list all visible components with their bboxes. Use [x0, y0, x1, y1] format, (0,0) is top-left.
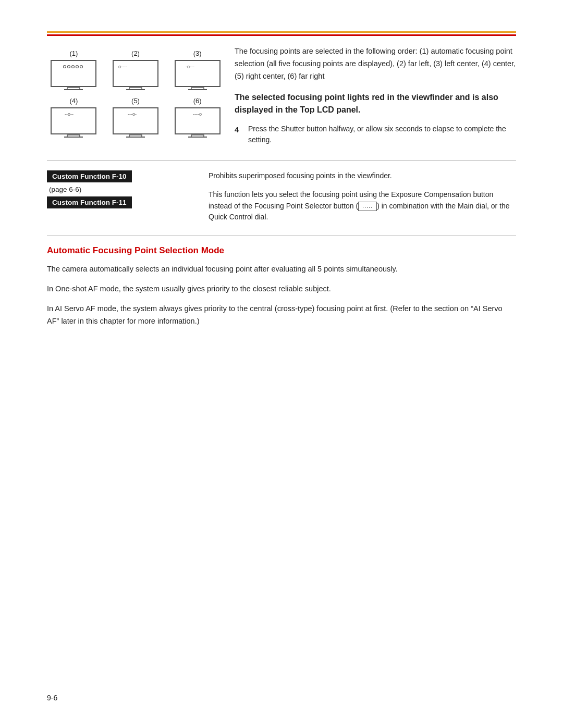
focusing-text-column: The focusing points are selected in the …	[235, 45, 516, 146]
svg-rect-16	[51, 108, 96, 134]
diagram-5: (5) ---o-	[109, 97, 163, 139]
orange-line	[47, 31, 516, 33]
bottom-separator	[47, 236, 516, 236]
page-number: 9-6	[47, 694, 57, 702]
focusing-section: (1) (2)	[47, 45, 516, 146]
selected-point-text: The selected focusing point lights red i…	[235, 91, 516, 116]
diagram-6-label: (6)	[193, 97, 202, 105]
custom-function-section: Custom Function F-10 (page 6-6) Custom F…	[47, 170, 516, 223]
inline-button-icon: .....	[358, 202, 377, 211]
svg-rect-23	[126, 137, 145, 138]
auto-focus-title: Automatic Focusing Point Selection Mode	[47, 245, 516, 256]
focusing-order-text: The focusing points are selected in the …	[235, 45, 516, 83]
custom-fn-10-description: Prohibits superimposed focusing points i…	[209, 170, 516, 182]
custom-fn-10-page-ref: (page 6-6)	[47, 186, 193, 193]
auto-focus-section: Automatic Focusing Point Selection Mode …	[47, 245, 516, 328]
step-4-text: Press the Shutter button halfway, or all…	[248, 124, 516, 146]
svg-text:--o--: --o--	[65, 112, 74, 117]
viewfinder-4: --o--	[50, 107, 97, 139]
diagrams-column: (1) (2)	[47, 45, 224, 146]
body-text-2: In One-shot AF mode, the system usually …	[47, 283, 516, 295]
diagrams-grid: (1) (2)	[47, 50, 224, 139]
svg-rect-15	[188, 89, 207, 90]
diagram-3: (3) -o---	[170, 50, 224, 92]
diagram-4-label: (4)	[69, 97, 78, 105]
viewfinder-6: ----o	[174, 107, 221, 139]
top-decorative-lines	[47, 31, 516, 36]
svg-text:----o: ----o	[193, 112, 202, 117]
svg-rect-7	[64, 89, 83, 90]
viewfinder-1	[50, 59, 97, 92]
svg-rect-0	[51, 60, 96, 87]
svg-rect-12	[175, 60, 220, 87]
svg-text:-o---: -o---	[186, 64, 194, 69]
step-4-row: 4 Press the Shutter button halfway, or a…	[235, 124, 516, 146]
diagram-1: (1)	[47, 50, 101, 92]
svg-text:o----: o----	[118, 64, 127, 69]
fn-left-column: Custom Function F-10 (page 6-6) Custom F…	[47, 170, 193, 223]
viewfinder-3: -o---	[174, 59, 221, 92]
diagram-3-label: (3)	[193, 50, 202, 57]
red-line	[47, 34, 516, 36]
diagram-2: (2) o----	[109, 50, 163, 92]
custom-fn-10-badge: Custom Function F-10	[47, 170, 132, 182]
body-text-3: In AI Servo AF mode, the system always g…	[47, 303, 516, 328]
mid-separator	[47, 161, 516, 161]
svg-rect-19	[64, 137, 83, 138]
inline-dots: .....	[362, 202, 373, 211]
body-text-1: The camera automatically selects an indi…	[47, 263, 516, 276]
diagram-4: (4) --o--	[47, 97, 101, 139]
svg-text:---o-: ---o-	[128, 112, 137, 117]
viewfinder-5: ---o-	[112, 107, 159, 139]
diagram-5-label: (5)	[131, 97, 140, 105]
fn-right-column: Prohibits superimposed focusing points i…	[209, 170, 516, 223]
custom-fn-11-description: This function lets you select the focusi…	[209, 189, 516, 223]
viewfinder-2: o----	[112, 59, 159, 92]
diagram-1-label: (1)	[69, 50, 78, 57]
step-4-number: 4	[235, 124, 243, 135]
svg-rect-11	[126, 89, 145, 90]
diagram-2-label: (2)	[131, 50, 140, 57]
diagram-6: (6) ----o	[170, 97, 224, 139]
svg-rect-27	[188, 137, 207, 138]
custom-fn-11-badge: Custom Function F-11	[47, 196, 132, 208]
